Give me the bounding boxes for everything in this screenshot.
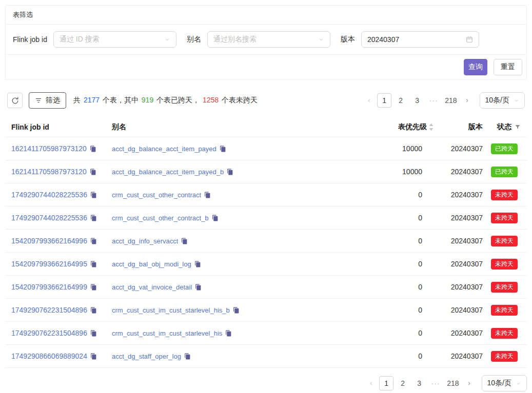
job-id-cell: 1542097993662164996 [11,237,112,245]
job-id-link[interactable]: 1749290744028225536 [11,214,87,222]
summary-text: 个表未跨天 [220,96,258,104]
status-badge: 已跨天 [491,167,518,177]
next-page-button[interactable] [461,93,474,108]
copy-icon[interactable] [90,284,97,291]
copy-icon[interactable] [90,307,97,314]
table-row: 1749290744028225536 crm_cust_cust_other_… [5,206,527,230]
table-header: Flink job id 别名 表优先级 版本 状态 [5,117,527,137]
alias-link[interactable]: crm_cust_cust_other_contract_b [112,214,209,222]
alias-cell: acct_dg_staff_oper_log [112,353,351,360]
pagination-pages: 123···218 [379,376,461,390]
filter-fields-row: Flink job id 通过 ID 搜索 别名 通过别名搜索 [6,25,526,55]
alias-field: 别名 通过别名搜索 [187,31,330,48]
table-row: 1749290762231504896 crm_cust_cust_im_cus… [5,322,527,345]
status-cell: 未跨天 [483,259,521,270]
copy-icon[interactable] [90,146,96,152]
copy-icon[interactable] [90,330,97,337]
alias-link[interactable]: acct_dg_balance_acct_item_payed [112,145,216,153]
version-cell: 20240307 [434,260,483,268]
header-priority[interactable]: 表优先级 [351,122,434,132]
job-id-link[interactable]: 1749290762231504896 [11,306,87,314]
job-id-link[interactable]: 1749290866069889024 [11,352,87,360]
copy-icon[interactable] [204,192,211,198]
job-id-link[interactable]: 1542097993662164995 [11,260,87,268]
priority-cell: 10000 [351,144,434,153]
priority-cell: 0 [351,237,434,245]
flink-job-id-label: Flink job id [13,35,47,44]
header-priority-label: 表优先级 [398,122,427,132]
copy-icon[interactable] [90,353,97,360]
next-page-button[interactable] [463,376,476,390]
pagination-page-1[interactable]: 1 [377,93,391,108]
copy-icon[interactable] [195,284,202,291]
pagination-top: 123···218 10条/页 [363,92,525,109]
alias-cell: acct_dg_info_servacct [112,237,351,245]
prev-page-button[interactable] [363,93,375,108]
alias-link[interactable]: crm_cust_cust_im_cust_starlevel_his_b [112,306,230,314]
copy-icon[interactable] [90,238,97,244]
page-size-select[interactable]: 10条/页 [482,375,527,391]
copy-icon[interactable] [181,238,188,244]
copy-icon[interactable] [184,353,191,360]
alias-link[interactable]: crm_cust_cust_im_cust_starlevel_his [112,329,222,337]
copy-icon[interactable] [227,169,233,175]
copy-icon[interactable] [220,146,226,152]
copy-icon[interactable] [90,192,97,198]
status-cell: 未跨天 [483,213,521,223]
job-id-link[interactable]: 1749290762231504896 [11,329,87,337]
sort-icon[interactable] [429,123,434,131]
version-date-input[interactable]: 20240307 [361,31,479,48]
flink-job-id-select[interactable]: 通过 ID 搜索 [53,31,176,48]
refresh-button[interactable] [7,93,23,108]
filter-toggle-button[interactable]: 筛选 [29,92,66,109]
copy-icon[interactable] [225,330,232,337]
pagination-page-218[interactable]: 218 [443,93,459,108]
status-badge: 未跨天 [491,305,518,316]
pagination-page-2[interactable]: 2 [396,376,410,390]
filter-panel-title: 表筛选 [6,6,526,25]
filter-panel: 表筛选 Flink job id 通过 ID 搜索 别名 通过别名搜索 [5,5,527,80]
reset-button[interactable]: 重置 [494,59,522,75]
pagination-pages: 123···218 [377,93,459,108]
header-alias-label: 别名 [112,122,126,132]
job-id-link[interactable]: 1542097993662164996 [11,237,87,245]
job-id-link[interactable]: 1749290744028225536 [11,191,87,199]
job-id-link[interactable]: 1542097993662164999 [11,283,87,291]
alias-link[interactable]: acct_dg_info_servacct [112,237,178,245]
bottom-bar: 123···218 10条/页 [5,375,527,391]
copy-icon[interactable] [90,261,97,267]
chevron-down-icon [516,381,521,386]
prev-page-button[interactable] [365,376,377,390]
alias-link[interactable]: acct_dg_vat_invoice_detail [112,283,192,291]
job-id-link[interactable]: 1621411705987973120 [11,144,87,153]
query-button[interactable]: 查询 [464,59,487,75]
copy-icon[interactable] [194,261,201,267]
alias-cell: crm_cust_cust_other_contract [112,191,351,199]
pagination-page-1[interactable]: 1 [379,376,393,390]
job-id-cell: 1749290744028225536 [11,214,112,222]
priority-cell: 0 [351,214,434,222]
alias-link[interactable]: acct_dg_bal_obj_modi_log [112,260,191,268]
summary-text: 共 [73,96,83,104]
version-cell: 20240307 [434,144,483,153]
table-row: 1749290866069889024 acct_dg_staff_oper_l… [5,345,527,368]
alias-link[interactable]: acct_dg_staff_oper_log [112,353,181,360]
alias-link[interactable]: crm_cust_cust_other_contract [112,191,201,199]
version-field: 版本 20240307 [341,31,479,48]
copy-icon[interactable] [233,307,240,314]
copy-icon[interactable] [90,169,96,175]
pagination-page-3[interactable]: 3 [410,93,424,108]
copy-icon[interactable] [212,215,219,221]
job-id-link[interactable]: 1621411705987973120 [11,168,87,176]
alias-select[interactable]: 通过别名搜索 [207,31,330,48]
pagination-page-218[interactable]: 218 [445,376,461,390]
pagination-page-2[interactable]: 2 [393,93,408,108]
status-cell: 已跨天 [483,167,521,177]
table-row: 1542097993662164999 acct_dg_vat_invoice_… [5,276,527,299]
alias-cell: crm_cust_cust_im_cust_starlevel_his [112,329,351,337]
filter-funnel-icon[interactable] [515,124,521,130]
alias-link[interactable]: acct_dg_balance_acct_item_payed_b [112,168,224,176]
copy-icon[interactable] [90,215,97,221]
page-size-select[interactable]: 10条/页 [480,92,525,109]
pagination-page-3[interactable]: 3 [412,376,426,390]
